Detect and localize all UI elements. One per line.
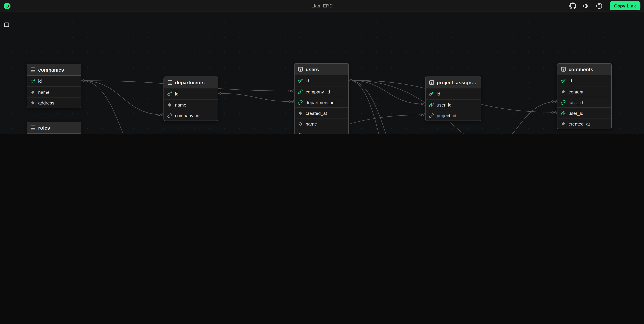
column-name: project_id	[437, 113, 456, 118]
key-icon	[561, 78, 566, 83]
column-name: user_id	[437, 102, 452, 107]
table-column-row[interactable]: id	[558, 75, 611, 86]
table-column-row[interactable]: name	[294, 118, 348, 129]
table-card-departments[interactable]: departmentsidnamecompany_id	[164, 77, 218, 121]
table-column-row[interactable]: name	[164, 99, 218, 110]
link-icon	[298, 89, 303, 94]
column-name: id	[437, 91, 440, 96]
column-name: department_id	[306, 100, 334, 105]
key-icon	[30, 79, 35, 83]
column-name: address	[38, 100, 54, 105]
liam-erd-app: Liam ERD Copy Link companiesidnameaddres…	[0, 0, 644, 134]
table-header[interactable]: roles	[27, 122, 81, 134]
table-column-row[interactable]: id	[294, 75, 348, 86]
table-column-row[interactable]: project_id	[426, 110, 481, 121]
table-column-row[interactable]: user_id	[558, 107, 611, 118]
table-icon	[561, 67, 566, 72]
column-name: id	[38, 79, 42, 83]
key-icon	[298, 78, 303, 83]
column-name: company_id	[175, 113, 199, 118]
table-name: roles	[38, 125, 50, 131]
diamond-filled-icon	[30, 100, 35, 105]
diamond-outline-icon	[298, 121, 303, 126]
column-name: id	[568, 78, 572, 83]
column-name: company_id	[306, 89, 330, 94]
table-column-row[interactable]: id	[164, 88, 218, 99]
table-name: users	[306, 67, 319, 72]
table-name: departments	[175, 80, 204, 85]
diamond-filled-icon	[30, 90, 35, 94]
diamond-filled-icon	[298, 110, 303, 115]
erd-canvas[interactable]: companiesidnameaddressrolesidnamedescrip…	[0, 12, 644, 134]
sidebar-icon	[4, 22, 10, 28]
app-title: Liam ERD	[312, 3, 333, 8]
table-column-row[interactable]: address	[27, 97, 81, 108]
table-name: comments	[568, 67, 593, 72]
link-icon	[561, 100, 566, 105]
table-column-row[interactable]: user_id	[426, 99, 481, 110]
tables-layer: companiesidnameaddressrolesidnamedescrip…	[0, 12, 644, 134]
help-icon[interactable]	[596, 2, 602, 9]
table-card-project_assignments[interactable]: project_assignme…iduser_idproject_id	[425, 77, 481, 121]
table-column-row[interactable]: created_at	[294, 107, 348, 118]
column-name: name	[175, 102, 186, 107]
github-icon[interactable]	[569, 2, 576, 9]
column-name: user_id	[568, 110, 584, 115]
diamond-outline-icon	[298, 132, 303, 134]
column-name: task_id	[568, 100, 583, 105]
table-column-row[interactable]: company_id	[164, 110, 218, 121]
column-name: id	[175, 91, 178, 96]
table-column-row[interactable]: content	[558, 86, 611, 97]
table-column-row[interactable]: id	[27, 76, 81, 86]
copy-link-button[interactable]: Copy Link	[610, 1, 640, 10]
table-column-row[interactable]: id	[426, 88, 481, 99]
link-icon	[167, 113, 172, 118]
table-column-row[interactable]: created_at	[558, 118, 611, 129]
column-name: created_at	[568, 121, 590, 126]
table-header[interactable]: comments	[558, 64, 611, 75]
table-header[interactable]: users	[294, 64, 348, 75]
table-name: companies	[38, 67, 64, 73]
panel-toggle-button[interactable]	[2, 20, 11, 29]
megaphone-icon[interactable]	[582, 2, 590, 9]
table-icon	[30, 125, 36, 130]
table-header[interactable]: companies	[27, 64, 81, 76]
table-icon	[167, 80, 172, 85]
diamond-filled-icon	[561, 121, 566, 126]
column-name: name	[306, 121, 317, 126]
column-name: created_at	[306, 110, 327, 115]
column-name: id	[306, 78, 309, 83]
table-header[interactable]: project_assignme…	[426, 77, 481, 89]
liam-logo-icon	[4, 2, 11, 9]
link-icon	[429, 102, 434, 107]
column-name: content	[568, 89, 584, 94]
key-icon	[429, 91, 434, 96]
app-header: Liam ERD Copy Link	[0, 0, 644, 12]
table-column-row[interactable]: department_id	[294, 97, 348, 107]
table-column-row[interactable]: name	[27, 86, 81, 97]
link-icon	[561, 110, 566, 115]
liam-logo[interactable]	[4, 2, 11, 9]
header-actions: Copy Link	[569, 1, 640, 10]
table-card-roles[interactable]: rolesidnamedescription	[27, 122, 82, 134]
key-icon	[167, 91, 172, 96]
table-icon	[298, 67, 303, 72]
table-icon	[30, 67, 36, 72]
link-icon	[429, 113, 434, 118]
table-name: project_assignme…	[437, 80, 477, 85]
table-column-row[interactable]: task_id	[558, 97, 611, 107]
link-icon	[298, 100, 303, 105]
table-icon	[429, 80, 434, 85]
table-column-row[interactable]: age	[294, 129, 348, 134]
column-name: age	[306, 132, 313, 134]
column-name: name	[38, 90, 50, 94]
table-card-companies[interactable]: companiesidnameaddress	[27, 64, 82, 108]
diamond-filled-icon	[167, 102, 172, 107]
diamond-filled-icon	[561, 89, 566, 94]
table-column-row[interactable]: company_id	[294, 86, 348, 97]
table-header[interactable]: departments	[164, 77, 218, 89]
table-card-comments[interactable]: commentsidcontenttask_iduser_idcreated_a…	[557, 63, 612, 129]
table-card-users[interactable]: usersidcompany_iddepartment_idcreated_at…	[294, 63, 349, 134]
